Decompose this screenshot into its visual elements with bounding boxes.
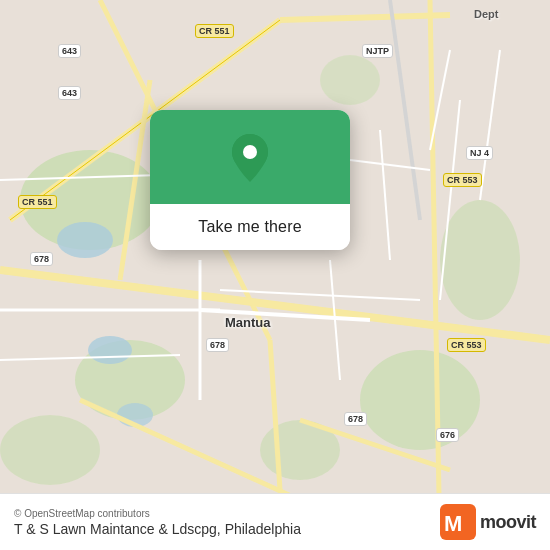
attribution-text: © OpenStreetMap contributors: [14, 508, 301, 519]
road-label-cr551-top: CR 551: [195, 24, 234, 38]
road-label-643-1: 643: [58, 44, 81, 58]
road-label-cr553-right1: CR 553: [443, 173, 482, 187]
place-label-mantua: Mantua: [225, 315, 271, 330]
road-label-njtp: NJTP: [362, 44, 393, 58]
road-label-cr553-right2: CR 553: [447, 338, 486, 352]
road-label-643-2: 643: [58, 86, 81, 100]
road-label-678-left: 678: [30, 252, 53, 266]
road-label-cr551-left: CR 551: [18, 195, 57, 209]
moovit-logo: M moovit: [440, 504, 536, 540]
take-me-there-button[interactable]: Take me there: [150, 204, 350, 250]
moovit-text: moovit: [480, 512, 536, 533]
svg-point-5: [320, 55, 380, 105]
svg-point-3: [360, 350, 480, 450]
dept-label: Dept: [474, 8, 498, 20]
map-container: CR 551 CR 551 CR 553 CR 553 643 643 678 …: [0, 0, 550, 550]
svg-point-36: [243, 145, 257, 159]
moovit-icon: M: [440, 504, 476, 540]
svg-text:M: M: [444, 511, 462, 536]
road-label-676: 676: [436, 428, 459, 442]
svg-point-8: [57, 222, 113, 258]
road-label-nj4: NJ 4: [466, 146, 493, 160]
svg-point-6: [0, 415, 100, 485]
location-pin-icon: [228, 132, 272, 186]
business-name-text: T & S Lawn Maintance & Ldscpg, Philadelp…: [14, 521, 301, 537]
map-svg: [0, 0, 550, 550]
bottom-left-info: © OpenStreetMap contributors T & S Lawn …: [14, 508, 301, 537]
road-label-678-bottom1: 678: [206, 338, 229, 352]
road-label-678-bottom2: 678: [344, 412, 367, 426]
svg-point-4: [440, 200, 520, 320]
popup-card: Take me there: [150, 110, 350, 250]
popup-green-header: [150, 110, 350, 204]
svg-point-9: [88, 336, 132, 364]
bottom-bar: © OpenStreetMap contributors T & S Lawn …: [0, 493, 550, 550]
